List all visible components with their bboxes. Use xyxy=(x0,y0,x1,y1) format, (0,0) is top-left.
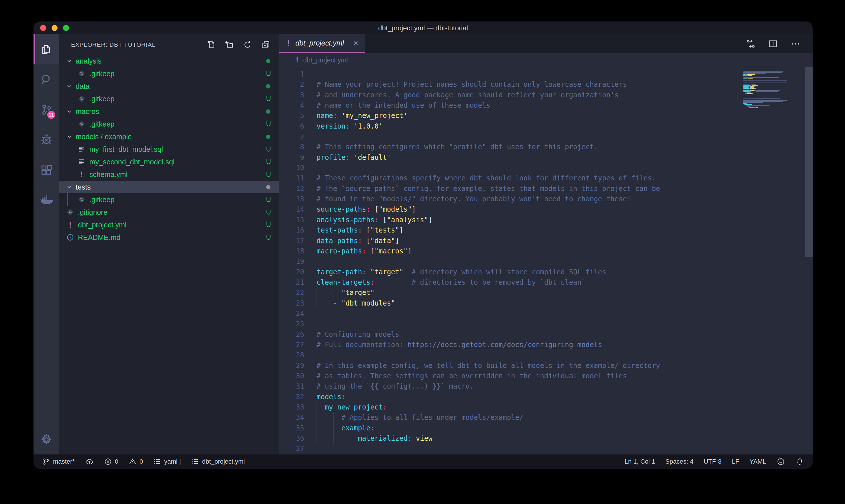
code-line-19: 19 xyxy=(279,256,813,267)
status-list-tree[interactable]: dbt_project.yml xyxy=(191,457,245,466)
tree-file--gitkeep[interactable]: .gitkeepU xyxy=(59,193,279,206)
git-untracked-badge: U xyxy=(266,170,271,178)
line-number: 22 xyxy=(279,288,304,298)
tree-file-readme-md[interactable]: README.mdU xyxy=(59,231,279,244)
tree-folder-data[interactable]: data xyxy=(59,80,279,92)
activity-search-button[interactable] xyxy=(34,65,59,94)
code-line-29: 29# In this example config, we tell dbt … xyxy=(279,361,813,371)
code-line-3: 3# and underscores. A good package name … xyxy=(279,90,813,100)
line-number: 16 xyxy=(279,225,304,235)
git-untracked-badge: U xyxy=(266,208,271,216)
split-editor-icon[interactable] xyxy=(768,39,778,49)
status-git-branch[interactable]: master* xyxy=(42,457,75,466)
tree-file--gitkeep[interactable]: .gitkeepU xyxy=(59,118,279,130)
status-label: Spaces: 4 xyxy=(665,458,694,465)
status-label: Ln 1, Col 1 xyxy=(625,458,655,465)
status-cloud-upload[interactable] xyxy=(85,457,94,466)
status-spaces-4[interactable]: Spaces: 4 xyxy=(665,458,694,465)
status-label: dbt_project.yml xyxy=(202,458,245,465)
minimize-window-button[interactable] xyxy=(52,25,58,31)
tree-file-schema-yml[interactable]: !schema.ymlU xyxy=(59,168,279,181)
line-number: 1 xyxy=(279,69,304,79)
line-number: 31 xyxy=(279,381,304,392)
tree-file--gitignore[interactable]: .gitignoreU xyxy=(59,206,279,218)
status-error-circle[interactable]: 0 xyxy=(104,457,118,466)
git-icon xyxy=(77,196,86,204)
git-untracked-badge: U xyxy=(266,120,271,128)
line-number: 3 xyxy=(279,90,304,100)
open-changes-icon[interactable] xyxy=(745,39,756,49)
tree-folder-models-example[interactable]: models / example xyxy=(59,130,279,143)
gear-icon xyxy=(40,433,53,446)
yaml-file-icon: ! xyxy=(66,220,74,229)
status-warning-triangle[interactable]: 0 xyxy=(129,457,143,466)
activity-explorer-button[interactable] xyxy=(34,34,59,65)
refresh-button[interactable] xyxy=(243,40,252,49)
tree-item-label: .gitkeep xyxy=(89,95,279,103)
tree-file--gitkeep[interactable]: .gitkeepU xyxy=(59,67,279,80)
indent-guide xyxy=(333,412,334,423)
status-list-tree[interactable]: yaml | xyxy=(153,457,181,466)
code-line-37: 37 xyxy=(279,444,813,454)
git-status-dot-badge xyxy=(266,109,270,114)
minimap[interactable] xyxy=(743,70,805,109)
activity-source-control-button[interactable]: 11 xyxy=(34,94,59,125)
bell-icon xyxy=(795,457,804,466)
tree-folder-macros[interactable]: macros xyxy=(59,105,279,118)
line-number: 9 xyxy=(279,152,304,163)
more-actions-icon[interactable] xyxy=(790,39,801,49)
docker-icon xyxy=(39,193,54,207)
activity-run-debug-button[interactable] xyxy=(34,125,59,155)
line-number: 18 xyxy=(279,246,304,256)
line-number: 21 xyxy=(279,277,304,288)
activity-docker-button[interactable] xyxy=(34,185,59,215)
tree-item-label: data xyxy=(76,82,279,90)
activity-extensions-button[interactable] xyxy=(34,155,59,185)
git-untracked-badge: U xyxy=(266,70,271,78)
breadcrumb[interactable]: ! dbt_project.yml xyxy=(279,53,813,67)
maximize-window-button[interactable] xyxy=(63,25,69,31)
tree-file-my-second-dbt-model-sql[interactable]: my_second_dbt_model.sqlU xyxy=(59,156,279,168)
status-bar: master*00yaml |dbt_project.yml Ln 1, Col… xyxy=(34,454,813,469)
new-file-button[interactable] xyxy=(206,40,215,49)
tree-file--gitkeep[interactable]: .gitkeepU xyxy=(59,92,279,105)
status-ln-1-col-1[interactable]: Ln 1, Col 1 xyxy=(625,458,655,465)
status-label: YAML xyxy=(750,458,766,465)
line-number: 20 xyxy=(279,267,304,277)
smiley-icon xyxy=(776,457,785,466)
git-untracked-badge: U xyxy=(266,95,271,103)
activity-settings-button[interactable] xyxy=(34,425,59,454)
line-number: 14 xyxy=(279,204,304,215)
tree-folder-analysis[interactable]: analysis xyxy=(59,55,279,67)
tab-label: dbt_project.yml xyxy=(295,39,348,47)
close-tab-icon[interactable]: × xyxy=(353,39,358,48)
new-folder-button[interactable] xyxy=(224,40,234,49)
tree-file-dbt-project-yml[interactable]: !dbt_project.ymlU xyxy=(59,218,279,231)
list-tree-icon xyxy=(153,457,161,466)
editor-scrollbar[interactable] xyxy=(805,67,813,257)
explorer-sidebar: EXPLORER: DBT-TUTORIAL xyxy=(59,34,279,454)
scm-pending-badge: 11 xyxy=(46,110,56,120)
status-utf-8[interactable]: UTF-8 xyxy=(704,458,721,465)
line-number: 19 xyxy=(279,256,304,267)
indent-guide xyxy=(317,433,317,444)
tree-file-my-first-dbt-model-sql[interactable]: my_first_dbt_model.sqlU xyxy=(59,143,279,156)
tree-folder-tests[interactable]: tests xyxy=(59,181,279,193)
status-label: 0 xyxy=(115,458,118,465)
code-editor[interactable]: 12# Name your project! Project names sho… xyxy=(279,67,813,454)
git-status-dot-badge xyxy=(266,59,270,63)
close-window-button[interactable] xyxy=(40,25,46,31)
status-smiley[interactable] xyxy=(776,457,785,466)
tree-item-label: macros xyxy=(76,107,279,116)
file-tree: analysis.gitkeepUdata.gitkeepUmacros.git… xyxy=(59,55,279,454)
collapse-folders-button[interactable] xyxy=(261,40,270,49)
code-line-12: 12# The `source-paths` config, for examp… xyxy=(279,183,813,194)
tree-item-label: dbt_project.yml xyxy=(78,221,279,229)
status-lf[interactable]: LF xyxy=(732,458,739,465)
status-bell[interactable] xyxy=(795,457,804,466)
git-untracked-badge: U xyxy=(266,196,271,204)
git-status-dot-badge xyxy=(266,134,270,139)
tab-dbt-project-yml[interactable]: ! dbt_project.yml × xyxy=(279,34,365,53)
indent-guide xyxy=(350,433,350,444)
status-yaml[interactable]: YAML xyxy=(750,458,766,465)
